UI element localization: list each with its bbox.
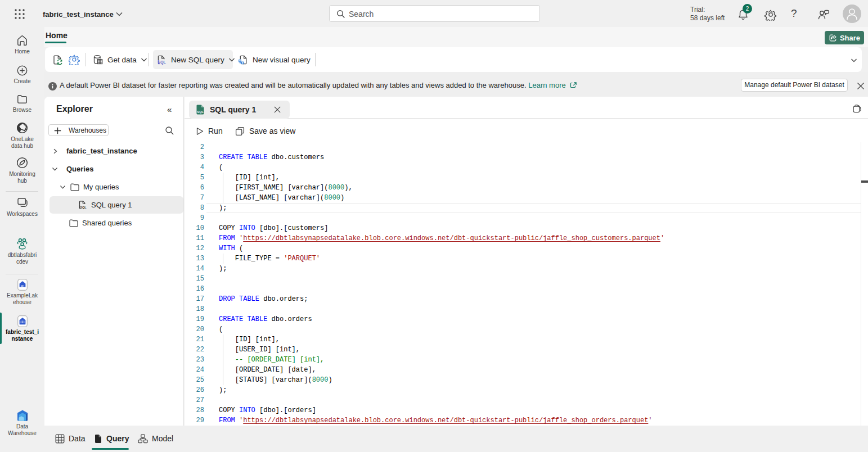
svg-text:SQL: SQL xyxy=(80,206,87,209)
svg-text:SQL: SQL xyxy=(197,110,204,114)
